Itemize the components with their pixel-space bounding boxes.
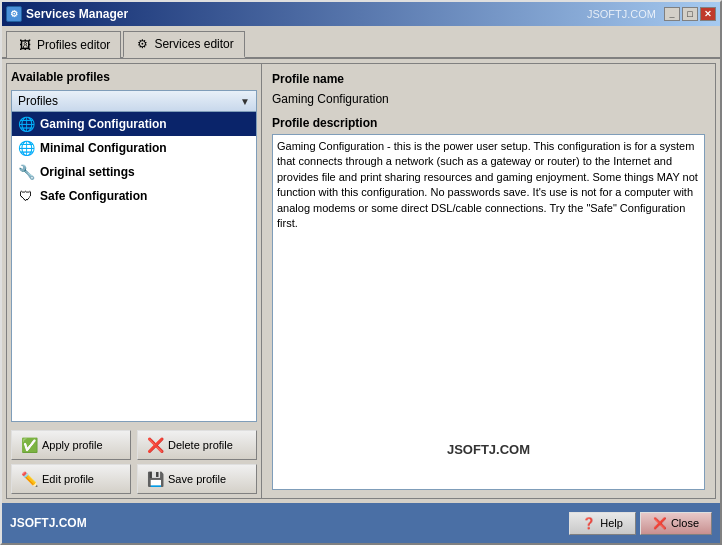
profiles-list[interactable]: 🌐 Gaming Configuration 🌐 Minimal Configu… bbox=[12, 112, 256, 421]
delete-icon: ❌ bbox=[146, 436, 164, 454]
save-profile-button[interactable]: 💾 Save profile bbox=[137, 464, 257, 494]
bottom-buttons: ❓ Help ❌ Close bbox=[569, 512, 712, 535]
save-icon: 💾 bbox=[146, 470, 164, 488]
save-label: Save profile bbox=[168, 473, 226, 485]
title-bar: ⚙ Services Manager JSOFTJ.COM _ □ ✕ bbox=[2, 2, 720, 26]
profile-desc-label: Profile description bbox=[272, 116, 705, 130]
profile-desc-text: Gaming Configuration - this is the power… bbox=[277, 140, 698, 229]
available-profiles-title: Available profiles bbox=[11, 68, 257, 86]
profiles-list-header: Profiles ▼ bbox=[12, 91, 256, 112]
tab-profiles[interactable]: 🖼 Profiles editor bbox=[6, 31, 121, 58]
profiles-list-container: Profiles ▼ 🌐 Gaming Configuration 🌐 Mini… bbox=[11, 90, 257, 422]
tab-services[interactable]: ⚙ Services editor bbox=[123, 31, 244, 58]
original-icon: 🔧 bbox=[18, 164, 34, 180]
apply-icon: ✅ bbox=[20, 436, 38, 454]
delete-label: Delete profile bbox=[168, 439, 233, 451]
apply-profile-button[interactable]: ✅ Apply profile bbox=[11, 430, 131, 460]
profile-item-minimal[interactable]: 🌐 Minimal Configuration bbox=[12, 136, 256, 160]
maximize-button[interactable]: □ bbox=[682, 7, 698, 21]
close-x-icon: ❌ bbox=[653, 517, 667, 530]
minimal-icon: 🌐 bbox=[18, 140, 34, 156]
main-content: Available profiles Profiles ▼ 🌐 Gaming C… bbox=[2, 59, 720, 503]
title-bar-left: ⚙ Services Manager bbox=[6, 6, 128, 22]
original-label: Original settings bbox=[40, 165, 135, 179]
close-label: Close bbox=[671, 517, 699, 529]
edit-icon: ✏️ bbox=[20, 470, 38, 488]
scroll-indicator: ▼ bbox=[240, 96, 250, 107]
help-button[interactable]: ❓ Help bbox=[569, 512, 636, 535]
profile-item-original[interactable]: 🔧 Original settings bbox=[12, 160, 256, 184]
window-title: Services Manager bbox=[26, 7, 128, 21]
app-icon: ⚙ bbox=[6, 6, 22, 22]
tab-services-label: Services editor bbox=[154, 37, 233, 51]
left-panel: Available profiles Profiles ▼ 🌐 Gaming C… bbox=[6, 63, 261, 499]
title-watermark: JSOFTJ.COM bbox=[587, 8, 656, 20]
right-panel: Profile name Gaming Configuration Profil… bbox=[261, 63, 716, 499]
desc-watermark: JSOFTJ.COM bbox=[447, 441, 530, 459]
main-window: ⚙ Services Manager JSOFTJ.COM _ □ ✕ 🖼 Pr… bbox=[0, 0, 722, 545]
delete-profile-button[interactable]: ❌ Delete profile bbox=[137, 430, 257, 460]
bottom-bar: JSOFTJ.COM ❓ Help ❌ Close bbox=[2, 503, 720, 543]
profile-item-safe[interactable]: 🛡 Safe Configuration bbox=[12, 184, 256, 208]
tabs-bar: 🖼 Profiles editor ⚙ Services editor bbox=[2, 26, 720, 59]
profiles-tab-icon: 🖼 bbox=[17, 37, 33, 53]
close-button[interactable]: ❌ Close bbox=[640, 512, 712, 535]
button-row-1: ✅ Apply profile ❌ Delete profile bbox=[11, 430, 257, 460]
services-tab-icon: ⚙ bbox=[134, 36, 150, 52]
apply-label: Apply profile bbox=[42, 439, 103, 451]
bottom-watermark: JSOFTJ.COM bbox=[10, 516, 87, 530]
profile-name-value: Gaming Configuration bbox=[272, 90, 705, 108]
tab-profiles-label: Profiles editor bbox=[37, 38, 110, 52]
profile-desc-box: Gaming Configuration - this is the power… bbox=[272, 134, 705, 490]
gaming-icon: 🌐 bbox=[18, 116, 34, 132]
safe-icon: 🛡 bbox=[18, 188, 34, 204]
button-row-2: ✏️ Edit profile 💾 Save profile bbox=[11, 464, 257, 494]
edit-profile-button[interactable]: ✏️ Edit profile bbox=[11, 464, 131, 494]
profile-name-label: Profile name bbox=[272, 72, 705, 86]
minimal-label: Minimal Configuration bbox=[40, 141, 167, 155]
safe-label: Safe Configuration bbox=[40, 189, 147, 203]
title-bar-buttons: _ □ ✕ bbox=[664, 7, 716, 21]
left-panel-buttons: ✅ Apply profile ❌ Delete profile ✏️ Edit… bbox=[11, 426, 257, 494]
help-icon: ❓ bbox=[582, 517, 596, 530]
help-label: Help bbox=[600, 517, 623, 529]
profiles-list-header-label: Profiles bbox=[18, 94, 58, 108]
minimize-button[interactable]: _ bbox=[664, 7, 680, 21]
window-close-button[interactable]: ✕ bbox=[700, 7, 716, 21]
edit-label: Edit profile bbox=[42, 473, 94, 485]
gaming-label: Gaming Configuration bbox=[40, 117, 167, 131]
profile-item-gaming[interactable]: 🌐 Gaming Configuration bbox=[12, 112, 256, 136]
